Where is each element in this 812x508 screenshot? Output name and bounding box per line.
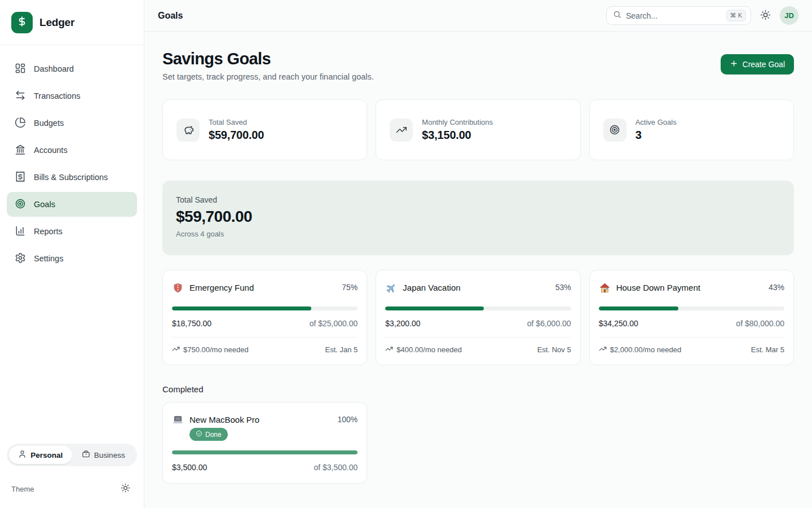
sidebar-item-label: Budgets <box>34 119 64 128</box>
bank-icon <box>15 144 26 157</box>
stat-card-total-saved: Total Saved $59,700.00 <box>162 99 367 160</box>
personal-toggle-button[interactable]: Personal <box>9 446 72 464</box>
theme-row: Theme <box>7 466 137 498</box>
goal-estimate: Est. Mar 5 <box>751 345 784 354</box>
done-badge: Done <box>189 428 228 441</box>
progress-bar <box>599 306 784 310</box>
dollar-sign-icon <box>16 16 28 29</box>
search-shortcut-badge: ⌘ K <box>726 10 746 21</box>
sidebar-item-label: Transactions <box>34 91 80 100</box>
progress-fill <box>385 306 484 310</box>
airplane-icon <box>385 282 397 294</box>
sidebar-item-budgets[interactable]: Budgets <box>7 111 137 135</box>
sidebar: Ledger Dashboard Transactions Budgets Ac… <box>0 0 144 508</box>
stat-label: Monthly Contributions <box>422 118 493 126</box>
target-icon <box>603 119 626 142</box>
progress-fill <box>172 306 311 310</box>
brand: Ledger <box>0 0 144 45</box>
goal-card-house-down-payment[interactable]: House Down Payment 43% $34,250.00 of $80… <box>589 270 794 365</box>
gear-icon <box>15 252 26 265</box>
brand-name: Ledger <box>39 16 74 29</box>
sidebar-item-dashboard[interactable]: Dashboard <box>7 56 137 81</box>
create-goal-label: Create Goal <box>743 60 785 69</box>
target-icon <box>15 198 26 211</box>
theme-label: Theme <box>11 485 34 493</box>
theme-toggle-button[interactable] <box>758 7 773 24</box>
goal-card-new-macbook-pro[interactable]: New MacBook Pro Done 100% $3,500.00 of $… <box>162 402 367 484</box>
business-toggle-button[interactable]: Business <box>72 446 135 464</box>
avatar[interactable]: JD <box>780 6 798 25</box>
transfer-arrows-icon <box>15 90 26 103</box>
content: Savings Goals Set targets, track progres… <box>144 32 812 508</box>
completed-grid: New MacBook Pro Done 100% $3,500.00 of $… <box>162 402 794 484</box>
stats-row: Total Saved $59,700.00 Monthly Contribut… <box>162 99 794 160</box>
stat-value: $3,150.00 <box>422 129 493 142</box>
goal-name: House Down Payment <box>616 282 763 292</box>
progress-fill <box>172 450 358 454</box>
goal-card-japan-vacation[interactable]: Japan Vacation 53% $3,200.00 of $6,000.0… <box>376 270 580 365</box>
sidebar-item-label: Reports <box>34 227 63 236</box>
check-circle-icon <box>196 430 202 439</box>
sidebar-item-label: Bills & Subscriptions <box>34 173 108 182</box>
sidebar-item-label: Accounts <box>34 146 68 155</box>
workspace-option-label: Personal <box>30 451 63 459</box>
sun-icon <box>760 10 771 22</box>
receipt-icon <box>15 171 26 184</box>
search-input[interactable] <box>626 11 722 20</box>
goal-percent: 75% <box>342 282 358 292</box>
stat-card-monthly-contributions: Monthly Contributions $3,150.00 <box>376 99 580 160</box>
total-saved-banner: Total Saved $59,700.00 Across 4 goals <box>162 181 794 255</box>
page-breadcrumb-title: Goals <box>158 11 183 21</box>
sidebar-item-transactions[interactable]: Transactions <box>7 84 137 108</box>
goal-saved-amount: $18,750.00 <box>172 319 211 328</box>
search-box[interactable]: ⌘ K <box>606 6 751 25</box>
sidebar-item-settings[interactable]: Settings <box>7 246 137 271</box>
laptop-icon <box>172 414 184 426</box>
sidebar-item-label: Dashboard <box>34 64 74 73</box>
dashboard-icon <box>15 63 26 76</box>
goal-name: New MacBook Pro <box>189 414 332 424</box>
goal-estimate: Est. Jan 5 <box>325 345 358 354</box>
trending-up-icon <box>385 345 393 354</box>
goal-target-amount: of $80,000.00 <box>736 319 784 328</box>
goal-saved-amount: $34,250.00 <box>599 319 638 328</box>
sidebar-footer: Personal Business Theme <box>0 437 144 508</box>
piggy-bank-icon <box>176 119 200 142</box>
house-icon <box>599 282 611 294</box>
sidebar-item-reports[interactable]: Reports <box>7 219 137 244</box>
goal-percent: 43% <box>769 282 784 292</box>
stat-card-active-goals: Active Goals 3 <box>589 99 794 160</box>
search-icon <box>613 10 621 21</box>
theme-toggle-button[interactable] <box>118 481 133 497</box>
goal-monthly-needed: $750.00/mo needed <box>183 345 249 354</box>
bar-chart-icon <box>15 225 26 238</box>
trending-up-icon <box>390 119 413 142</box>
stat-value: 3 <box>636 129 677 142</box>
sidebar-item-goals[interactable]: Goals <box>7 192 137 217</box>
sidebar-nav: Dashboard Transactions Budgets Accounts … <box>0 45 144 437</box>
create-goal-button[interactable]: Create Goal <box>721 54 794 75</box>
done-badge-label: Done <box>205 431 222 439</box>
page-subtitle: Set targets, track progress, and reach y… <box>162 72 374 81</box>
pie-chart-icon <box>15 117 26 130</box>
goal-name: Emergency Fund <box>189 282 336 292</box>
progress-fill <box>599 306 679 310</box>
goal-saved-amount: $3,500.00 <box>172 463 207 472</box>
brand-logo <box>11 12 33 33</box>
sun-icon <box>121 483 130 494</box>
person-icon <box>18 450 27 460</box>
sidebar-item-accounts[interactable]: Accounts <box>7 138 137 163</box>
goal-estimate: Est. Nov 5 <box>537 345 571 354</box>
sidebar-item-label: Goals <box>34 200 55 209</box>
goal-percent: 100% <box>338 414 358 424</box>
stat-value: $59,700.00 <box>209 129 264 142</box>
goal-percent: 53% <box>555 282 571 292</box>
goal-target-amount: of $3,500.00 <box>314 463 358 472</box>
banner-value: $59,700.00 <box>176 208 780 226</box>
plus-icon <box>730 59 738 69</box>
trending-up-icon <box>172 345 180 354</box>
goal-target-amount: of $25,000.00 <box>310 319 358 328</box>
app-window: Ledger Dashboard Transactions Budgets Ac… <box>0 0 812 508</box>
sidebar-item-bills[interactable]: Bills & Subscriptions <box>7 165 137 190</box>
goal-card-emergency-fund[interactable]: Emergency Fund 75% $18,750.00 of $25,000… <box>162 270 367 365</box>
